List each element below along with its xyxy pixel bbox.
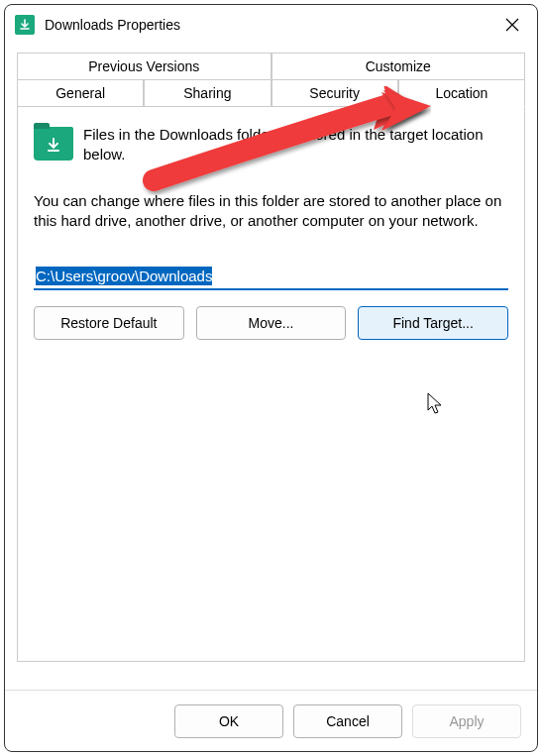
find-target-button[interactable]: Find Target... — [358, 306, 508, 340]
info-text: Files in the Downloads folder are stored… — [83, 125, 508, 163]
window-title: Downloads Properties — [45, 17, 497, 33]
properties-window: Downloads Properties Previous Versions C… — [4, 4, 538, 752]
ok-button[interactable]: OK — [174, 704, 283, 738]
cancel-button[interactable]: Cancel — [293, 704, 402, 738]
dialog-footer: OK Cancel Apply — [5, 690, 537, 751]
tab-general[interactable]: General — [17, 79, 144, 107]
titlebar: Downloads Properties — [5, 5, 537, 45]
close-button[interactable] — [497, 10, 527, 40]
location-path-input[interactable]: C:\Users\groov\Downloads — [34, 264, 508, 290]
tab-sharing[interactable]: Sharing — [144, 79, 271, 107]
location-panel: Files in the Downloads folder are stored… — [17, 107, 525, 662]
tab-strip: Previous Versions Customize General Shar… — [17, 53, 525, 107]
content-area: Previous Versions Customize General Shar… — [5, 45, 537, 690]
tab-previous-versions[interactable]: Previous Versions — [17, 53, 271, 79]
location-buttons: Restore Default Move... Find Target... — [34, 306, 508, 340]
move-button[interactable]: Move... — [196, 306, 347, 340]
tab-security[interactable]: Security — [271, 79, 398, 107]
description-text: You can change where files in this folde… — [34, 191, 508, 232]
tab-customize[interactable]: Customize — [271, 53, 526, 79]
downloads-folder-icon — [34, 127, 73, 161]
path-value: C:\Users\groov\Downloads — [36, 267, 212, 285]
close-icon — [505, 18, 519, 32]
download-icon — [15, 15, 35, 35]
apply-button[interactable]: Apply — [412, 704, 521, 738]
restore-default-button[interactable]: Restore Default — [34, 306, 184, 340]
tab-location[interactable]: Location — [398, 79, 525, 107]
